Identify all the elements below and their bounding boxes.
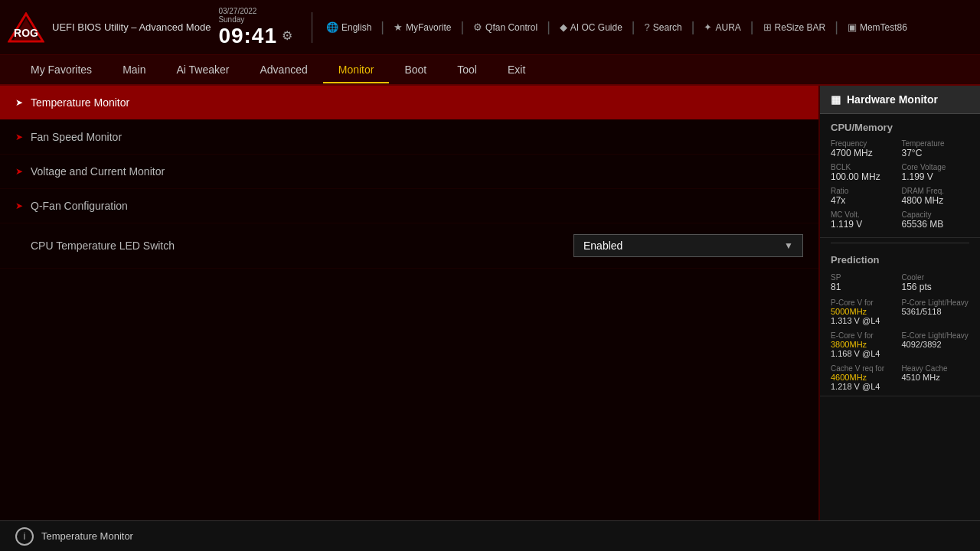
- hw-bclk-value: 100.00 MHz: [831, 171, 899, 182]
- menu-tool[interactable]: Tool: [442, 57, 492, 82]
- language-icon: 🌐: [326, 21, 338, 33]
- hw-mc-volt-label: MC Volt.: [831, 210, 899, 219]
- menu-myfavorites[interactable]: My Favorites: [15, 57, 107, 82]
- pcore-freq: 5000MHz: [831, 307, 899, 316]
- hw-dram-freq: DRAM Freq. 4800 MHz: [902, 187, 970, 206]
- heavy-cache-label: Heavy Cache: [902, 364, 970, 373]
- hw-temperature: Temperature 37°C: [902, 139, 970, 158]
- prediction-section: SP 81 Cooler 156 pts P-Core V for 5000MH…: [820, 269, 980, 396]
- sidebar-item-qfan[interactable]: ➤ Q-Fan Configuration: [0, 189, 818, 223]
- dropdown-arrow-icon: ▼: [784, 240, 793, 251]
- cpu-memory-grid: Frequency 4700 MHz Temperature 37°C BCLK…: [831, 139, 969, 230]
- hw-frequency-label: Frequency: [831, 139, 899, 148]
- nav-english[interactable]: 🌐 English: [320, 18, 377, 36]
- sidebar-list: ➤ Temperature Monitor ➤ Fan Speed Monito…: [0, 86, 818, 520]
- heavy-cache-value: 4510 MHz: [902, 373, 970, 382]
- hw-monitor-icon: ▦: [831, 93, 841, 106]
- nav-memtest[interactable]: ▣ MemTest86: [841, 18, 913, 36]
- hw-mc-volt-value: 1.119 V: [831, 219, 899, 230]
- menu-monitor[interactable]: Monitor: [323, 57, 390, 83]
- nav-resizebar[interactable]: ⊞ ReSize BAR: [757, 18, 832, 36]
- hw-capacity-value: 65536 MB: [902, 219, 970, 230]
- hw-frequency: Frequency 4700 MHz: [831, 139, 899, 158]
- hw-monitor-title: ▦ Hardware Monitor: [820, 86, 980, 114]
- menu-bar: My Favorites Main Ai Tweaker Advanced Mo…: [0, 55, 980, 86]
- nav-myfavorite[interactable]: ★ MyFavorite: [387, 18, 457, 36]
- hw-ratio-label: Ratio: [831, 187, 899, 195]
- cache-section: Cache V req for 4600MHz 1.218 V @L4 Heav…: [831, 364, 969, 391]
- sidebar-item-temperature-monitor[interactable]: ➤ Temperature Monitor: [0, 86, 818, 120]
- enabled-dropdown[interactable]: Enabled ▼: [573, 234, 803, 257]
- menu-aitweaker[interactable]: Ai Tweaker: [161, 57, 244, 82]
- nav-search[interactable]: ? Search: [639, 18, 688, 36]
- prediction-title: Prediction: [820, 248, 980, 269]
- hw-sp-value: 81: [831, 282, 899, 292]
- hw-dram-freq-label: DRAM Freq.: [902, 187, 970, 195]
- aioc-icon: ◆: [560, 21, 567, 33]
- sidebar-label-temperature: Temperature Monitor: [31, 96, 129, 109]
- menu-boot[interactable]: Boot: [389, 57, 442, 82]
- cache-for-label: Cache V req for: [831, 364, 899, 373]
- nav-search-label: Search: [653, 22, 682, 33]
- resizebar-icon: ⊞: [763, 21, 772, 33]
- main-content: ➤ Temperature Monitor ➤ Fan Speed Monito…: [0, 86, 980, 520]
- settings-icon[interactable]: ⚙: [282, 28, 292, 43]
- ecore-volt: 1.168 V @L4: [831, 349, 899, 358]
- pcore-volt: 1.313 V @L4: [831, 316, 899, 325]
- hw-core-voltage: Core Voltage 1.199 V: [902, 163, 970, 182]
- menu-advanced[interactable]: Advanced: [244, 57, 322, 82]
- hw-temperature-label: Temperature: [902, 139, 970, 148]
- hw-core-voltage-value: 1.199 V: [902, 171, 970, 182]
- hw-core-voltage-label: Core Voltage: [902, 163, 970, 171]
- info-text: Temperature Monitor: [41, 530, 133, 542]
- hw-section-divider: [831, 243, 969, 243]
- hw-cooler: Cooler 156 pts: [902, 273, 970, 292]
- info-bar: i Temperature Monitor: [0, 520, 980, 551]
- arrow-icon: ➤: [15, 97, 23, 108]
- pcore-lh-value: 5361/5118: [902, 307, 970, 316]
- time-row: 09:41 ⚙: [218, 24, 292, 48]
- arrow-icon-fan: ➤: [15, 132, 23, 142]
- pcore-section: P-Core V for 5000MHz 1.313 V @L4 P-Core …: [831, 298, 969, 325]
- pcore-for-label: P-Core V for: [831, 298, 899, 307]
- ecore-lh-value: 4092/3892: [902, 340, 970, 349]
- nav-aura-label: AURA: [715, 22, 740, 33]
- nav-english-label: English: [341, 22, 371, 33]
- sidebar-item-fan-speed[interactable]: ➤ Fan Speed Monitor: [0, 120, 818, 155]
- sidebar-label-fan: Fan Speed Monitor: [31, 131, 122, 143]
- cpu-temp-led-control[interactable]: Enabled ▼: [573, 234, 803, 257]
- setting-cpu-temp-led: CPU Temperature LED Switch Enabled ▼: [0, 223, 818, 269]
- cpu-temp-led-label: CPU Temperature LED Switch: [31, 240, 573, 252]
- sidebar-item-voltage[interactable]: ➤ Voltage and Current Monitor: [0, 155, 818, 189]
- ecore-for-label: E-Core V for: [831, 331, 899, 340]
- hw-temperature-value: 37°C: [902, 148, 970, 158]
- header: ROG UEFI BIOS Utility – Advanced Mode 03…: [0, 0, 980, 55]
- dropdown-value: Enabled: [583, 240, 622, 252]
- menu-exit[interactable]: Exit: [492, 57, 541, 82]
- hw-sp: SP 81: [831, 273, 899, 292]
- hardware-monitor-panel: ▦ Hardware Monitor CPU/Memory Frequency …: [819, 86, 980, 520]
- nav-aura[interactable]: ✦ AURA: [697, 18, 746, 36]
- cache-volt: 1.218 V @L4: [831, 382, 899, 391]
- hw-cooler-label: Cooler: [902, 273, 970, 282]
- search-icon: ?: [645, 21, 650, 33]
- hw-frequency-value: 4700 MHz: [831, 148, 899, 158]
- nav-myfavorite-label: MyFavorite: [406, 22, 451, 33]
- nav-qfan[interactable]: ⚙ Qfan Control: [467, 18, 544, 36]
- nav-aioc-label: AI OC Guide: [570, 22, 622, 33]
- nav-memtest-label: MemTest86: [860, 22, 907, 33]
- pcore-lh-label: P-Core Light/Heavy: [902, 298, 970, 307]
- hw-ratio: Ratio 47x: [831, 187, 899, 206]
- datetime-area: 03/27/2022Sunday 09:41 ⚙: [218, 7, 292, 48]
- hw-bclk: BCLK 100.00 MHz: [831, 163, 899, 182]
- hw-bclk-label: BCLK: [831, 163, 899, 171]
- aura-icon: ✦: [704, 21, 712, 33]
- nav-resizebar-label: ReSize BAR: [775, 22, 826, 33]
- ecore-lh-label: E-Core Light/Heavy: [902, 331, 970, 340]
- cache-freq: 4600MHz: [831, 373, 899, 382]
- nav-aioc[interactable]: ◆ AI OC Guide: [554, 18, 629, 36]
- prediction-sp-cooler: SP 81 Cooler 156 pts: [831, 273, 969, 292]
- menu-main[interactable]: Main: [107, 57, 161, 82]
- sidebar-label-qfan: Q-Fan Configuration: [31, 200, 128, 212]
- arrow-icon-voltage: ➤: [15, 166, 23, 177]
